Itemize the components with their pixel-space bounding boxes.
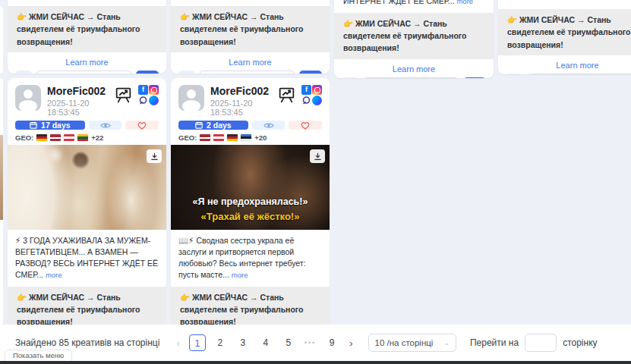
flag-austria-icon	[64, 134, 74, 141]
account-name: MoreFic002	[47, 85, 114, 97]
learn-more-link[interactable]: Learn more	[178, 58, 322, 67]
promo-text: 👉 ЖМИ СЕЙЧАС → Стань свидетелем её триум…	[180, 12, 304, 46]
promo-text: 👉 ЖМИ СЕЙЧАС → Стань свидетелем её триум…	[17, 12, 140, 46]
promo-text: 👉 ЖМИ СЕЙЧАС → Стань свидетелем её триум…	[17, 293, 140, 325]
geo-label: GEO:	[15, 133, 33, 142]
more-link[interactable]: more	[46, 271, 62, 279]
goto-page-input[interactable]	[525, 334, 557, 352]
search-icon[interactable]	[342, 77, 358, 78]
flag-latvia-icon	[200, 134, 210, 141]
ad-description: ⚡ 3 ГОДА УХАЖИВАЛА ЗА МУЖЕМ-ВЕГЕТАТИВЦЕМ…	[8, 230, 166, 285]
page-button-3[interactable]: 3	[235, 334, 251, 351]
search-icon[interactable]	[506, 74, 522, 74]
creative-card-clipped: 👉 ЖМИ СЕЙЧАС → Стань свидетелем её триум…	[498, 0, 631, 74]
open-url-button[interactable]	[299, 71, 322, 74]
results-count: Знайдено 85 креативів на сторінці	[15, 337, 159, 348]
url-row	[15, 71, 159, 74]
account-name: MoreFic002	[210, 85, 277, 97]
presentation-chart-icon[interactable]	[277, 85, 296, 104]
chevron-down-icon: ⌄	[443, 339, 450, 347]
card-header: MoreFic002 2025-11-20 18:53:45 f	[171, 78, 330, 121]
landing-url-input[interactable]	[199, 71, 295, 74]
ad-description: ИНТЕРНЕТ ЖДЁТ ЕЁ СМЕР... more	[342, 0, 486, 7]
creative-image: «Я не предохранялась!» «Трахай её жёстко…	[171, 145, 330, 230]
image-caption-line2: «Трахай её жёстко!»	[171, 209, 330, 224]
promo-box: 👉 ЖМИ СЕЙЧАС → Стань свидетелем её триум…	[498, 9, 631, 55]
geo-label: GEO:	[178, 133, 197, 142]
open-url-button[interactable]	[463, 77, 486, 78]
page-button-2[interactable]: 2	[212, 334, 229, 351]
creatives-grid-page: 👉 ЖМИ СЕЙЧАС → Стань свидетелем её триум…	[0, 0, 631, 364]
clipped-card-edge	[0, 6, 3, 74]
search-icon[interactable]	[178, 71, 195, 74]
page-button-5[interactable]: 5	[280, 334, 297, 351]
instagram-icon	[312, 85, 322, 95]
page-button-9[interactable]: 9	[323, 334, 340, 351]
creative-card-clipped: 👉 ЖМИ СЕЙЧАС → Стань свидетелем её триум…	[171, 0, 330, 74]
url-row	[178, 71, 322, 74]
next-page-button[interactable]: ›	[346, 337, 355, 349]
creative-card-clipped: ИНТЕРНЕТ ЖДЁТ ЕЁ СМЕР... more 👉 ЖМИ СЕЙЧ…	[334, 0, 494, 78]
download-image-button[interactable]	[147, 149, 162, 163]
flag-germany-icon	[227, 134, 238, 141]
promo-text: 👉 ЖМИ СЕЙЧАС → Стань свидетелем её триум…	[507, 15, 631, 49]
facebook-icon: f	[301, 85, 311, 95]
audience-network-icon	[301, 96, 311, 105]
promo-text: 👉 ЖМИ СЕЙЧАС → Стань свидетелем её триум…	[343, 19, 467, 53]
goto-suffix: сторінку	[563, 337, 597, 348]
placement-icons: f	[138, 85, 159, 105]
pagination-ellipsis[interactable]: •••	[303, 339, 317, 347]
creative-datetime: 2025-11-20 18:53:45	[210, 99, 277, 117]
preview-eye-button[interactable]	[89, 121, 122, 130]
flag-germany-icon	[36, 134, 47, 141]
messenger-icon	[149, 96, 159, 105]
promo-box: 👉 ЖМИ СЕЙЧАС → Стань свидетелем её триум…	[334, 13, 494, 59]
messenger-icon	[312, 96, 322, 105]
preview-eye-button[interactable]	[252, 121, 286, 130]
window-bottom-edge	[0, 361, 631, 364]
promo-box: 👉 ЖМИ СЕЙЧАС → Стань свидетелем её триум…	[171, 287, 330, 325]
creative-card: MoreFic002 2025-11-20 18:53:45 f 2 days	[171, 78, 330, 325]
learn-more-link[interactable]: Learn more	[15, 58, 159, 67]
download-image-button[interactable]	[310, 149, 325, 163]
geo-more-count: +22	[91, 133, 103, 142]
presentation-chart-icon[interactable]	[114, 85, 133, 104]
card-actions: 2 days	[171, 121, 330, 130]
learn-more-link[interactable]: Learn more	[342, 64, 486, 74]
per-page-select[interactable]: 10 /на сторінці ⌄	[368, 334, 456, 352]
search-icon[interactable]	[15, 71, 32, 74]
flag-estonia-icon	[241, 134, 251, 141]
image-caption-line1: «Я не предохранялась!»	[171, 195, 330, 209]
landing-url-input[interactable]	[526, 74, 631, 74]
days-active-button[interactable]: 17 days	[15, 121, 85, 130]
favorite-heart-button[interactable]	[125, 121, 159, 130]
flag-latvia-icon	[50, 134, 61, 141]
goto-page-group: Перейти на сторінку	[470, 334, 598, 352]
geo-row: GEO: +22	[8, 130, 166, 145]
landing-url-input[interactable]	[36, 71, 132, 74]
geo-row: GEO: +20	[171, 130, 330, 145]
page-button-1[interactable]: 1	[189, 334, 206, 351]
avatar	[178, 85, 204, 111]
flag-lithuania-icon	[77, 134, 88, 141]
landing-url-input[interactable]	[362, 77, 459, 78]
more-link[interactable]: more	[232, 271, 248, 279]
show-menu-button[interactable]: Показать меню	[5, 350, 72, 361]
avatar	[15, 85, 41, 111]
page-button-4[interactable]: 4	[257, 334, 274, 351]
creative-image	[8, 145, 166, 230]
placement-icons: f	[301, 85, 322, 105]
creative-card-clipped: 👉 ЖМИ СЕЙЧАС → Стань свидетелем её триум…	[8, 0, 166, 74]
days-active-button[interactable]: 2 days	[178, 121, 248, 130]
ad-description: 📖⚡ Сводная сестра украла её заслуги и пр…	[171, 230, 330, 285]
pagination-bar: Знайдено 85 креативів на сторінці ‹ 1 2 …	[0, 325, 631, 361]
favorite-heart-button[interactable]	[289, 121, 322, 130]
url-row	[342, 77, 486, 78]
geo-more-count: +20	[254, 133, 267, 142]
more-link[interactable]: more	[456, 0, 473, 5]
url-row	[506, 74, 631, 74]
prev-page-button[interactable]: ‹	[173, 337, 182, 349]
audience-network-icon	[138, 96, 148, 105]
open-url-button[interactable]	[136, 71, 159, 74]
learn-more-link[interactable]: Learn more	[506, 61, 631, 70]
